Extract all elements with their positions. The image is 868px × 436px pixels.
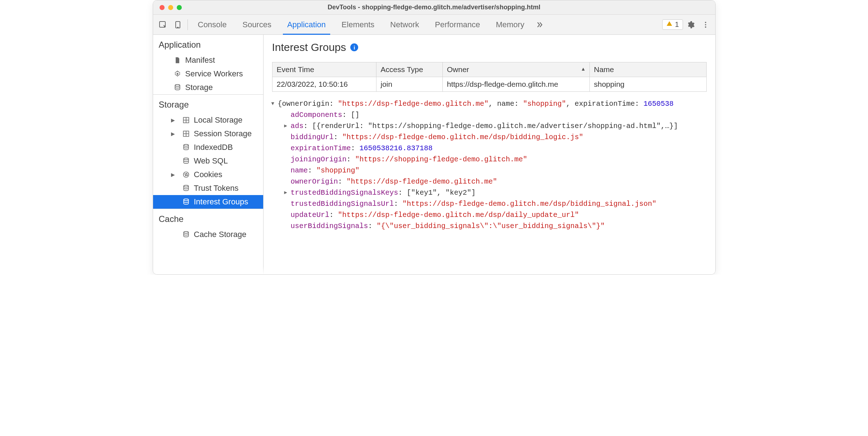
col-access-type[interactable]: Access Type [376, 62, 442, 77]
sidebar-item-label: Trust Tokens [194, 184, 239, 193]
device-toolbar-button[interactable] [170, 17, 185, 32]
chevron-right-icon[interactable]: ▶ [284, 122, 291, 130]
svg-point-17 [185, 174, 185, 174]
chevron-down-icon[interactable]: ▼ [271, 100, 278, 108]
chevron-right-icon: ▶ [171, 117, 175, 123]
issues-badge[interactable]: 1 [662, 19, 683, 30]
application-sidebar: Application Manifest Service Workers Sto… [153, 35, 264, 274]
col-event-time[interactable]: Event Time [272, 62, 376, 77]
sidebar-item-interest-groups[interactable]: Interest Groups [153, 195, 263, 209]
events-table: Event Time Access Type Owner▲ Name 22/03… [272, 62, 707, 92]
database-icon [182, 185, 190, 192]
sidebar-item-cookies[interactable]: ▶ Cookies [153, 168, 263, 181]
svg-point-4 [705, 24, 706, 25]
sidebar-item-service-workers[interactable]: Service Workers [153, 67, 263, 81]
sidebar-item-label: Local Storage [194, 115, 243, 125]
warning-count: 1 [675, 20, 679, 29]
gear-icon [173, 70, 182, 77]
svg-point-7 [175, 85, 180, 86]
sidebar-item-label: Cache Storage [194, 230, 247, 239]
panel-tabs: Console Sources Application Elements Net… [190, 15, 547, 35]
sidebar-item-session-storage[interactable]: ▶ Session Storage [153, 127, 263, 141]
tab-console[interactable]: Console [190, 15, 235, 35]
more-tabs-button[interactable] [532, 15, 546, 35]
database-icon [182, 231, 190, 238]
panel-heading: Interest Groups i [264, 35, 715, 55]
tab-application[interactable]: Application [279, 15, 334, 35]
sidebar-item-label: Manifest [185, 56, 215, 65]
tab-performance[interactable]: Performance [427, 15, 488, 35]
tab-label: Sources [242, 20, 271, 29]
inspect-element-button[interactable] [155, 17, 170, 32]
grid-icon [182, 130, 190, 137]
sidebar-section-storage: Storage [153, 95, 263, 113]
object-viewer[interactable]: ▼{ownerOrigin: "https://dsp-fledge-demo.… [264, 92, 715, 235]
svg-point-23 [184, 232, 188, 233]
minimize-window-button[interactable] [168, 5, 173, 10]
more-options-button[interactable] [698, 17, 713, 32]
main-panel: Interest Groups i Event Time Access Type… [264, 35, 715, 274]
database-icon [173, 84, 182, 91]
sidebar-item-label: IndexedDB [194, 143, 233, 152]
tab-label: Performance [435, 20, 480, 29]
svg-point-15 [184, 158, 188, 160]
svg-point-14 [184, 144, 188, 146]
col-owner[interactable]: Owner▲ [442, 62, 589, 77]
svg-point-18 [186, 173, 187, 174]
tab-memory[interactable]: Memory [488, 15, 532, 35]
svg-point-21 [184, 185, 188, 187]
sidebar-section-cache: Cache [153, 209, 263, 228]
chevron-right-icon[interactable]: ▶ [284, 189, 291, 197]
devtools-window: DevTools - shopping-fledge-demo.glitch.m… [153, 0, 716, 275]
tab-network[interactable]: Network [382, 15, 427, 35]
panel-title: Interest Groups [272, 41, 346, 53]
file-icon [173, 57, 182, 64]
sidebar-item-local-storage[interactable]: ▶ Local Storage [153, 113, 263, 127]
tab-label: Elements [342, 20, 375, 29]
table-row[interactable]: 22/03/2022, 10:50:16 join https://dsp-fl… [272, 77, 706, 92]
tab-label: Application [287, 20, 326, 29]
grid-icon [182, 117, 190, 124]
database-icon [182, 144, 190, 151]
sidebar-section-application: Application [153, 35, 263, 53]
cookie-icon [182, 171, 190, 178]
toolbar-divider [188, 19, 188, 30]
table-header-row: Event Time Access Type Owner▲ Name [272, 62, 706, 77]
svg-point-5 [705, 26, 706, 28]
info-icon[interactable]: i [350, 43, 358, 51]
chevron-right-icon: ▶ [171, 131, 175, 137]
tab-label: Network [390, 20, 419, 29]
sidebar-item-manifest[interactable]: Manifest [153, 53, 263, 67]
sidebar-item-label: Storage [185, 83, 213, 92]
svg-point-20 [187, 175, 188, 176]
sort-indicator-icon: ▲ [581, 66, 586, 72]
col-name[interactable]: Name [589, 62, 706, 77]
sidebar-item-storage-overview[interactable]: Storage [153, 81, 263, 94]
svg-point-3 [705, 22, 706, 23]
tab-label: Memory [496, 20, 524, 29]
tab-elements[interactable]: Elements [334, 15, 383, 35]
sidebar-item-label: Web SQL [194, 156, 228, 166]
cell-owner: https://dsp-fledge-demo.glitch.me [442, 77, 589, 92]
svg-point-22 [184, 199, 188, 201]
window-controls [153, 5, 182, 10]
sidebar-item-label: Service Workers [185, 69, 243, 79]
sidebar-item-indexeddb[interactable]: IndexedDB [153, 141, 263, 154]
close-window-button[interactable] [160, 5, 165, 10]
window-title: DevTools - shopping-fledge-demo.glitch.m… [153, 4, 715, 11]
tab-sources[interactable]: Sources [234, 15, 279, 35]
settings-button[interactable] [683, 17, 698, 32]
warning-icon [666, 20, 673, 29]
sidebar-item-trust-tokens[interactable]: Trust Tokens [153, 181, 263, 195]
zoom-window-button[interactable] [177, 5, 182, 10]
cell-name: shopping [589, 77, 706, 92]
svg-point-19 [185, 175, 186, 176]
tab-label: Console [198, 20, 227, 29]
sidebar-item-cache-storage[interactable]: Cache Storage [153, 228, 263, 241]
titlebar: DevTools - shopping-fledge-demo.glitch.m… [153, 0, 715, 15]
sidebar-item-label: Interest Groups [194, 197, 248, 207]
sidebar-item-websql[interactable]: Web SQL [153, 154, 263, 168]
svg-point-6 [176, 73, 178, 75]
sidebar-item-label: Session Storage [194, 129, 252, 138]
chevron-right-icon: ▶ [171, 172, 175, 177]
